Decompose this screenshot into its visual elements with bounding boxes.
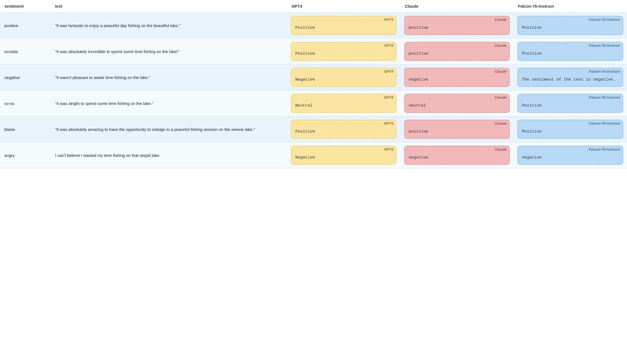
text-cell: "It wasn't pleasant to waste time fishin…: [51, 64, 287, 90]
gpt4-card: GPT4 Positive: [291, 120, 397, 139]
table-row: angryI can't believe I wasted my time fi…: [0, 142, 627, 168]
header-falcon: Falcon-7b-Instruct: [514, 0, 627, 13]
falcon-cell: Falcon-7b-Instruct Positive: [514, 39, 627, 64]
sentiment-cell: negative: [0, 64, 51, 90]
falcon-label: Falcon-7b-Instruct: [518, 42, 623, 48]
text-cell: "It was absolutely amazing to have the o…: [51, 116, 287, 142]
claude-cell: Claude negative: [400, 64, 514, 90]
claude-label: Claude: [405, 94, 509, 100]
falcon-value: negative: [518, 152, 623, 164]
claude-card: Claude negative: [404, 146, 510, 165]
header-gpt4: GPT4: [287, 0, 400, 13]
falcon-card: Falcon-7b-Instruct negative: [517, 146, 623, 165]
table-row: negative"It wasn't pleasant to waste tim…: [0, 64, 627, 90]
falcon-value: Positive: [518, 126, 623, 138]
falcon-label: Falcon-7b-Instruct: [518, 120, 623, 126]
claude-value: neutral: [405, 100, 509, 112]
gpt4-label: GPT4: [291, 120, 396, 126]
gpt4-label: GPT4: [291, 94, 396, 100]
table-row: ecstatic"It was absolutely incredible to…: [0, 39, 627, 64]
table-row: so-so"It was alright to spend some time …: [0, 90, 627, 116]
claude-value: negative: [405, 74, 509, 86]
gpt4-value: Neutral: [291, 100, 396, 112]
claude-cell: Claude positive: [400, 13, 514, 39]
gpt4-card: GPT4 Negative: [291, 146, 397, 165]
gpt4-card: GPT4 Positive: [291, 16, 397, 35]
claude-label: Claude: [405, 68, 509, 74]
claude-card: Claude positive: [404, 16, 510, 35]
sentiment-table: sentiment text GPT4 Claude Falcon-7b-Ins…: [0, 0, 627, 168]
gpt4-value: Positive: [291, 48, 396, 60]
falcon-label: Falcon-7b-Instruct: [518, 68, 623, 74]
header-claude: Claude: [400, 0, 514, 13]
falcon-card: Falcon-7b-Instruct Positive: [517, 42, 623, 61]
claude-card: Claude neutral: [404, 94, 510, 113]
gpt4-card: GPT4 Neutral: [291, 94, 397, 113]
sentiment-cell: so-so: [0, 90, 51, 116]
sentiment-cell: blaise: [0, 116, 51, 142]
gpt4-value: Positive: [291, 22, 396, 34]
claude-label: Claude: [405, 146, 509, 152]
gpt4-cell: GPT4 Neutral: [287, 90, 400, 116]
claude-value: positive: [405, 48, 509, 60]
claude-card: Claude positive: [404, 42, 510, 61]
falcon-label: Falcon-7b-Instruct: [518, 16, 623, 22]
table-row: blaise"It was absolutely amazing to have…: [0, 116, 627, 142]
claude-label: Claude: [405, 16, 509, 22]
falcon-value: Positive: [518, 48, 623, 60]
falcon-cell: Falcon-7b-Instruct Positive: [514, 90, 627, 116]
falcon-card: Falcon-7b-Instruct The sentiment of the …: [517, 68, 623, 87]
falcon-cell: Falcon-7b-Instruct Positive: [514, 13, 627, 39]
gpt4-cell: GPT4 Positive: [287, 13, 400, 39]
gpt4-label: GPT4: [291, 16, 396, 22]
gpt4-card: GPT4 Positive: [291, 42, 397, 61]
gpt4-value: Negative: [291, 74, 396, 86]
table-row: positive"It was fantastic to enjoy a pea…: [0, 13, 627, 39]
gpt4-label: GPT4: [291, 42, 396, 48]
claude-value: negative: [405, 152, 509, 164]
sentiment-cell: ecstatic: [0, 39, 51, 64]
falcon-card: Falcon-7b-Instruct Positive: [517, 120, 623, 139]
falcon-cell: Falcon-7b-Instruct Positive: [514, 116, 627, 142]
gpt4-cell: GPT4 Positive: [287, 116, 400, 142]
falcon-label: Falcon-7b-Instruct: [518, 94, 623, 100]
claude-card: Claude negative: [404, 68, 510, 87]
text-cell: "It was fantastic to enjoy a peaceful da…: [51, 13, 287, 39]
header-text: text: [51, 0, 287, 13]
text-cell: "It was alright to spend some time fishi…: [51, 90, 287, 116]
falcon-cell: Falcon-7b-Instruct The sentiment of the …: [514, 64, 627, 90]
falcon-label: Falcon-7b-Instruct: [518, 146, 623, 152]
sentiment-cell: angry: [0, 142, 51, 168]
claude-cell: Claude neutral: [400, 90, 514, 116]
text-cell: I can't believe I wasted my time fishing…: [51, 142, 287, 168]
falcon-card: Falcon-7b-Instruct Positive: [517, 94, 623, 113]
gpt4-cell: GPT4 Negative: [287, 64, 400, 90]
header-sentiment: sentiment: [0, 0, 51, 13]
sentiment-cell: positive: [0, 13, 51, 39]
falcon-value: The sentiment of the text is negative.: [518, 74, 623, 86]
claude-value: positive: [405, 126, 509, 138]
gpt4-label: GPT4: [291, 146, 396, 152]
claude-cell: Claude negative: [400, 142, 514, 168]
falcon-card: Falcon-7b-Instruct Positive: [517, 16, 623, 35]
gpt4-card: GPT4 Negative: [291, 68, 397, 87]
gpt4-value: Positive: [291, 126, 396, 138]
falcon-value: Positive: [518, 100, 623, 112]
falcon-value: Positive: [518, 22, 623, 34]
claude-label: Claude: [405, 42, 509, 48]
claude-cell: Claude positive: [400, 39, 514, 64]
claude-value: positive: [405, 22, 509, 34]
text-cell: "It was absolutely incredible to spend s…: [51, 39, 287, 64]
gpt4-label: GPT4: [291, 68, 396, 74]
claude-card: Claude positive: [404, 120, 510, 139]
falcon-cell: Falcon-7b-Instruct negative: [514, 142, 627, 168]
claude-label: Claude: [405, 120, 509, 126]
claude-cell: Claude positive: [400, 116, 514, 142]
gpt4-cell: GPT4 Positive: [287, 39, 400, 64]
gpt4-value: Negative: [291, 152, 396, 164]
gpt4-cell: GPT4 Negative: [287, 142, 400, 168]
